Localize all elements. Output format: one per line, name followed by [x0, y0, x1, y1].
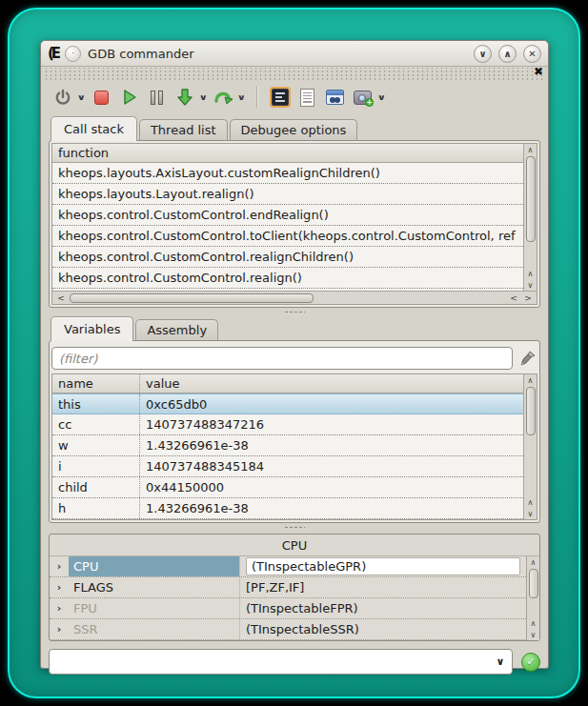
gdb-commander-window: (E · GDB commander ∨ ∧ ✕ ✖ ∨: [40, 40, 549, 669]
scroll-down-icon[interactable]: ∨: [528, 508, 534, 519]
cpu-register-row[interactable]: › CPU (TInspectableGPR): [50, 556, 526, 577]
step-over-button[interactable]: [213, 87, 233, 108]
stack-frame-row[interactable]: kheops.control.CustomControl.realign(): [52, 268, 523, 289]
cpu-value-field[interactable]: (TInspectableGPR): [246, 557, 520, 575]
stack-tabbar: Call stack Thread list Debugee options: [49, 116, 540, 140]
stack-frame-row[interactable]: kheops.control.CustomControl.endRealign(…: [52, 205, 523, 226]
screenshot-stage: (E · GDB commander ∨ ∧ ✕ ✖ ∨: [0, 0, 588, 706]
tab-assembly[interactable]: Assembly: [135, 319, 218, 340]
tab-call-stack[interactable]: Call stack: [51, 116, 137, 141]
scroll-down-icon[interactable]: ∨: [528, 279, 534, 291]
inspector-dropdown-chevron[interactable]: ∨: [376, 93, 385, 102]
watch-binoculars-icon: [326, 90, 344, 105]
continue-button[interactable]: [119, 87, 140, 108]
tab-debugee-options[interactable]: Debugee options: [230, 119, 358, 140]
variable-row-child[interactable]: child 0x44150000: [52, 477, 523, 498]
column-name: name: [58, 374, 140, 393]
fpu-register-row[interactable]: › FPU (TInspectableFPR): [50, 598, 526, 619]
dock-close-button[interactable]: ✖: [534, 65, 543, 78]
gdb-command-combobox[interactable]: ∨: [49, 649, 513, 675]
tab-thread-list[interactable]: Thread list: [139, 119, 228, 140]
cpu-groupbox: CPU › CPU (TInspectableGPR) › FLAGS [PF,…: [49, 534, 540, 641]
stack-frame-row[interactable]: kheops.layouts.Layout.realign(): [52, 184, 523, 205]
hscroll-thumb[interactable]: [70, 293, 314, 303]
add-inspector-button[interactable]: +: [353, 87, 374, 108]
dock-drag-handle[interactable]: ✖: [43, 68, 546, 80]
variable-row-i[interactable]: i 140737488345184: [52, 456, 523, 477]
scroll-left-icon[interactable]: <: [508, 293, 519, 303]
vscroll-thumb[interactable]: [529, 569, 538, 598]
scroll-down-icon[interactable]: ∨: [531, 629, 537, 640]
scroll-left-icon[interactable]: <: [55, 293, 67, 303]
tab-variables[interactable]: Variables: [51, 316, 133, 341]
flags-register-row[interactable]: › FLAGS [PF,ZF,IF]: [50, 577, 526, 598]
arrow-down-icon: [175, 88, 194, 107]
watch-window-button[interactable]: [325, 87, 346, 108]
power-icon: [54, 89, 71, 106]
expand-arrow-icon[interactable]: ›: [50, 577, 69, 597]
power-button[interactable]: [52, 87, 73, 108]
call-stack-header[interactable]: function: [52, 144, 523, 163]
inspector-add-icon: +: [354, 91, 372, 105]
registers-view-toggle[interactable]: [270, 87, 291, 108]
unshade-button[interactable]: ∧: [498, 45, 517, 63]
call-stack-hscrollbar[interactable]: < < >: [52, 291, 537, 304]
chevron-down-icon: ∨: [478, 49, 486, 59]
step-in-dropdown-chevron[interactable]: ∨: [198, 93, 207, 102]
registers-icon: [272, 89, 289, 106]
pause-icon: [151, 91, 163, 105]
expand-arrow-icon[interactable]: ›: [50, 619, 69, 639]
app-logo-icon: (E: [48, 45, 58, 63]
ssr-register-row[interactable]: › SSR (TInspectableSSR): [50, 619, 526, 640]
vscroll-thumb[interactable]: [526, 156, 536, 242]
variable-row-w[interactable]: w 1.43266961e-38: [52, 435, 523, 456]
command-row: ∨ ✓: [49, 641, 540, 675]
shade-button[interactable]: ∨: [474, 45, 492, 63]
send-command-button[interactable]: ✓: [521, 653, 540, 672]
variables-vscrollbar[interactable]: ∧ ∧ ∨: [523, 374, 537, 519]
titlebar[interactable]: (E · GDB commander ∨ ∧ ✕: [41, 41, 548, 67]
variables-tabbar: Variables Assembly: [49, 316, 540, 340]
power-dropdown-chevron[interactable]: ∨: [77, 93, 86, 102]
disassembly-view-button[interactable]: [297, 87, 318, 108]
debug-toolbar: ∨ ∨ ∨: [41, 80, 548, 114]
scroll-right-icon[interactable]: >: [522, 293, 534, 303]
filter-row: [51, 347, 537, 370]
variable-row-this[interactable]: this 0xc65db0: [52, 393, 523, 414]
panel-splitter[interactable]: [49, 308, 540, 316]
step-in-button[interactable]: [174, 87, 195, 108]
stack-frame-row[interactable]: kheops.layouts.AxisLayout.customRealignC…: [52, 163, 523, 184]
call-stack-vscrollbar[interactable]: ∧ ∧ ∨: [523, 144, 537, 291]
scroll-up-icon[interactable]: ∧: [528, 144, 534, 155]
chevron-down-icon[interactable]: ∨: [489, 656, 512, 668]
stack-frame-row[interactable]: kheops.control.CustomControl.realignChil…: [52, 247, 523, 268]
dock-pin-button[interactable]: ·: [65, 46, 81, 62]
gdb-command-input[interactable]: [50, 655, 489, 669]
toolbar-separator: [256, 87, 258, 108]
dock-content: Call stack Thread list Debugee options f…: [41, 114, 548, 683]
close-icon: ✕: [528, 49, 536, 59]
filter-input[interactable]: [51, 347, 513, 370]
scroll-up-icon[interactable]: ∧: [531, 556, 537, 568]
expand-arrow-icon[interactable]: ›: [50, 556, 69, 576]
variable-row-h[interactable]: h 1.43266961e-38: [52, 498, 523, 519]
pause-button[interactable]: [147, 87, 168, 108]
cpu-vscrollbar[interactable]: ∧ ∧ ∨: [526, 556, 539, 640]
clear-filter-brush-icon[interactable]: [518, 349, 537, 368]
vscroll-thumb[interactable]: [526, 387, 536, 435]
scroll-up-icon[interactable]: ∧: [528, 496, 534, 508]
scroll-up-icon[interactable]: ∧: [528, 374, 534, 386]
stop-button[interactable]: [91, 87, 112, 108]
expand-arrow-icon[interactable]: ›: [50, 598, 69, 618]
document-icon: [300, 89, 314, 107]
variable-row-cc[interactable]: cc 140737488347216: [52, 414, 523, 435]
call-stack-panel: function kheops.layouts.AxisLayout.custo…: [49, 140, 540, 308]
scroll-up-icon[interactable]: ∧: [531, 617, 537, 629]
close-button[interactable]: ✕: [523, 45, 541, 63]
pin-dot-icon: ·: [71, 49, 74, 58]
panel-splitter[interactable]: [49, 523, 540, 532]
scroll-up-icon[interactable]: ∧: [528, 268, 534, 279]
stack-frame-row[interactable]: kheops.control.CustomControl.toClient(kh…: [52, 226, 523, 247]
step-over-dropdown-chevron[interactable]: ∨: [237, 93, 246, 102]
variables-header[interactable]: name value: [52, 374, 523, 393]
